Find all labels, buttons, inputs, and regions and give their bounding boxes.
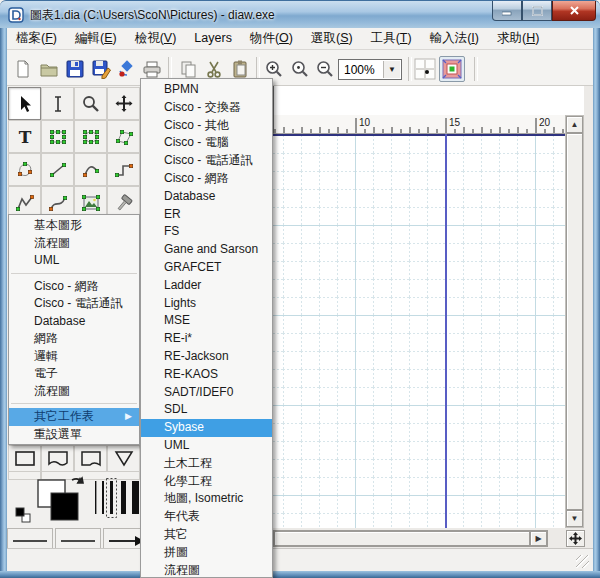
submenu-item[interactable]: 流程圖 [141,562,272,578]
shape-button-box[interactable] [8,445,41,472]
line-width-selector[interactable] [94,478,140,520]
submenu-item[interactable]: 其它 [141,526,272,544]
polyline-icon [14,192,36,214]
sheet-menu-item[interactable]: Database [9,313,139,331]
tool-line[interactable] [41,153,74,186]
shape-button-document[interactable] [41,445,74,472]
snap-to-grid-button[interactable] [412,56,438,82]
titlebar[interactable]: 圖表1.dia (C:\Users\ScoN\Pictures) - diaw.… [0,0,600,28]
submenu-item[interactable]: 化學工程 [141,473,272,491]
open-folder-icon [39,59,59,79]
tool-zigzagline[interactable] [107,153,140,186]
zoom-out-button[interactable] [312,56,338,82]
submenu-item[interactable]: BPMN [141,81,272,99]
submenu-item[interactable]: GRAFCET [141,259,272,277]
sheet-menu-item[interactable]: Cisco - 電話通訊 [9,295,139,313]
new-diagram-button[interactable] [10,56,36,82]
sheet-menu-item[interactable]: 電子 [9,365,139,383]
tool-text-edit[interactable] [41,87,74,120]
menubar-item-file[interactable]: 檔案(F) [7,28,66,49]
tool-modify[interactable] [8,87,41,120]
menubar-item-edit[interactable]: 編輯(E) [66,28,126,49]
sheet-menu-item[interactable]: UML [9,252,139,270]
submenu-item[interactable]: Cisco - 交換器 [141,99,272,117]
submenu-item[interactable]: Cisco - 電腦 [141,134,272,152]
submenu-item[interactable]: Sybase [141,419,272,437]
submenu-item[interactable]: SADT/IDEF0 [141,384,272,402]
submenu-item[interactable]: Cisco - 其他 [141,117,272,135]
outline-icon [113,192,135,214]
submenu-item[interactable]: SDL [141,401,272,419]
shape-button-nabla[interactable] [107,445,140,472]
submenu-item[interactable]: RE-KAOS [141,366,272,384]
scroll-icon [113,93,135,115]
close-button[interactable] [552,1,596,21]
submenu-item[interactable]: 地圖, Isometric [141,490,272,508]
color-selector[interactable] [14,476,92,524]
sheet-menu-item[interactable]: Cisco - 網路 [9,278,139,296]
submenu-item[interactable]: UML [141,437,272,455]
snap-to-objects-button[interactable] [439,56,465,82]
vertical-scroll-thumb[interactable] [566,133,583,510]
tool-polygon[interactable] [107,120,140,153]
submenu-item[interactable]: Cisco - 電話通訊 [141,152,272,170]
combo-dropdown-button[interactable]: ▼ [383,61,400,78]
menubar-item-objects[interactable]: 物件(O) [241,28,302,49]
save-button[interactable] [62,56,88,82]
sheet-menu-item[interactable]: 其它工作表▶ [9,408,139,426]
menu-separator [9,400,139,408]
tool-text[interactable]: T [8,120,41,153]
zoom-level-combo[interactable]: 100% ▼ [338,59,402,80]
menubar-item-select[interactable]: 選取(S) [302,28,362,49]
tool-box[interactable] [41,120,74,153]
tool-arc[interactable] [74,153,107,186]
export-button[interactable] [113,56,139,82]
save-icon [65,59,85,79]
submenu-item[interactable]: Database [141,188,272,206]
submenu-item[interactable]: 年代表 [141,508,272,526]
menubar-item-tools[interactable]: 工具(T) [362,28,421,49]
save-as-button[interactable] [88,56,114,82]
vertical-scrollbar[interactable]: ▲ ▼ [565,115,584,528]
sheet-menu-item[interactable]: 網路 [9,330,139,348]
diagram-canvas[interactable] [273,134,565,528]
zoom-fit-button[interactable] [287,56,313,82]
horizontal-scrollbar[interactable]: ▶ [273,530,548,547]
resize-grip[interactable] [576,555,589,568]
submenu-item[interactable]: ER [141,206,272,224]
tool-ellipse[interactable] [74,120,107,153]
submenu-item[interactable]: RE-Jackson [141,348,272,366]
shape-button-card[interactable] [74,445,107,472]
scroll-right-button[interactable]: ▶ [530,531,547,546]
tool-scroll[interactable] [107,87,140,120]
horizontal-scroll-thumb[interactable] [274,531,530,546]
sheet-menu-item[interactable]: 流程圖 [9,383,139,401]
zoom-out-icon [315,59,335,79]
menubar-item-layers[interactable]: Layers [185,28,241,49]
submenu-item[interactable]: Gane and Sarson [141,241,272,259]
scroll-up-button[interactable]: ▲ [566,116,583,133]
submenu-item[interactable]: MSE [141,312,272,330]
maximize-button[interactable] [522,1,552,21]
tool-magnify[interactable] [74,87,107,120]
sheet-menu-item[interactable]: 邏輯 [9,348,139,366]
tool-beziergon[interactable] [8,153,41,186]
magnify-icon [80,93,102,115]
sheet-menu-item[interactable]: 流程圖 [9,235,139,253]
submenu-item[interactable]: Ladder [141,277,272,295]
submenu-item[interactable]: FS [141,223,272,241]
submenu-item[interactable]: RE-i* [141,330,272,348]
scroll-down-button[interactable]: ▼ [566,510,583,527]
menubar-item-input-method[interactable]: 輸入法(I) [421,28,488,49]
menubar-item-help[interactable]: 求助(H) [488,28,548,49]
pan-button[interactable] [566,530,585,547]
submenu-item[interactable]: 拼圖 [141,544,272,562]
menubar-item-view[interactable]: 檢視(V) [126,28,186,49]
submenu-item[interactable]: Cisco - 網路 [141,170,272,188]
submenu-item[interactable]: 土木工程 [141,455,272,473]
minimize-button[interactable] [492,1,522,21]
sheet-menu-item[interactable]: 重設選單 [9,426,139,444]
submenu-item[interactable]: Lights [141,295,272,313]
sheet-menu-item[interactable]: 基本圖形 [9,217,139,235]
open-button[interactable] [36,56,62,82]
